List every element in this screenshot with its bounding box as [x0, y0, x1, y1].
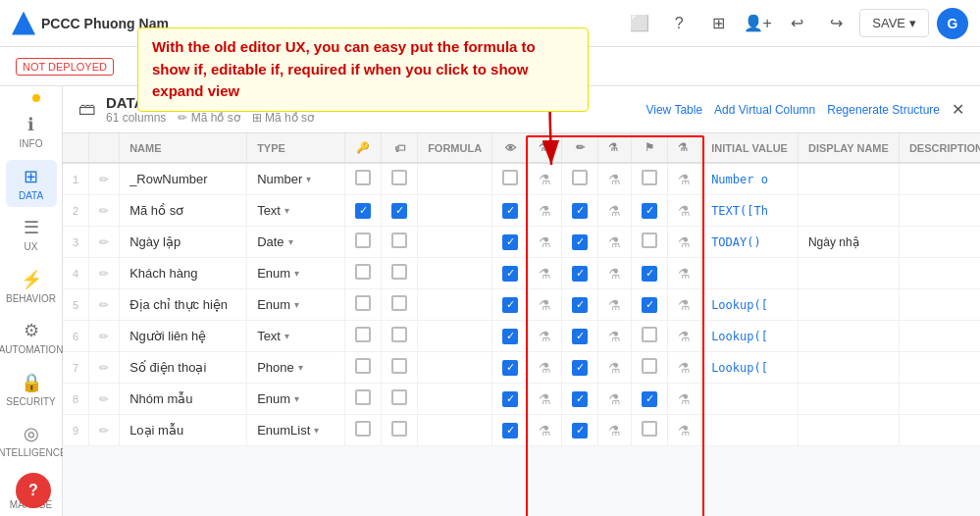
checkbox[interactable] — [355, 203, 371, 219]
flask-req-icon[interactable]: ⚗ — [678, 391, 691, 407]
checkbox[interactable] — [502, 423, 518, 439]
regen-structure-link[interactable]: Regenerate Structure — [827, 103, 940, 117]
flask-req-icon[interactable]: ⚗ — [678, 234, 691, 250]
save-dropdown-icon[interactable]: ▾ — [909, 16, 916, 30]
checkbox[interactable] — [391, 232, 407, 248]
type-select[interactable]: Text ▾ — [257, 329, 335, 343]
flask-req-icon[interactable]: ⚗ — [678, 172, 691, 187]
type-select[interactable]: EnumList ▾ — [257, 423, 335, 438]
avatar[interactable]: G — [937, 8, 968, 39]
checkbox[interactable] — [502, 391, 518, 407]
checkbox[interactable] — [355, 295, 371, 311]
tab-columns[interactable]: Columns — [194, 47, 272, 86]
checkbox[interactable] — [572, 203, 588, 219]
save-button[interactable]: SAVE ▾ — [859, 9, 929, 37]
flask-show-icon[interactable]: ⚗ — [539, 329, 551, 344]
sidebar-item-security[interactable]: 🔒 SECURITY — [6, 366, 57, 414]
tab-slices[interactable]: Slices — [272, 47, 334, 86]
flask-req-icon[interactable]: ⚗ — [678, 423, 691, 439]
checkbox[interactable] — [572, 297, 588, 313]
checkbox[interactable] — [642, 232, 657, 248]
checkbox[interactable] — [642, 170, 657, 185]
monitor-icon-btn[interactable]: ⬜ — [624, 8, 655, 39]
edit-icon[interactable]: ✏ — [99, 173, 109, 186]
flask-req-icon[interactable]: ⚗ — [678, 329, 691, 344]
checkbox[interactable] — [642, 358, 657, 374]
checkbox[interactable] — [642, 203, 657, 219]
redo-btn[interactable]: ↪ — [820, 8, 851, 39]
checkbox[interactable] — [572, 266, 588, 282]
flask-req-icon[interactable]: ⚗ — [678, 360, 691, 376]
checkbox[interactable] — [642, 327, 657, 342]
flask-show-icon[interactable]: ⚗ — [539, 297, 551, 313]
checkbox[interactable] — [391, 295, 407, 311]
flask-show-icon[interactable]: ⚗ — [539, 360, 551, 376]
flask-edit-icon[interactable]: ⚗ — [608, 203, 621, 219]
flask-show-icon[interactable]: ⚗ — [539, 234, 551, 250]
flask-show-icon[interactable]: ⚗ — [539, 391, 551, 407]
edit-icon[interactable]: ✏ — [99, 392, 109, 406]
flask-show-icon[interactable]: ⚗ — [539, 266, 551, 282]
flask-show-icon[interactable]: ⚗ — [539, 172, 551, 187]
checkbox[interactable] — [355, 421, 371, 437]
checkbox[interactable] — [502, 329, 518, 344]
checkbox[interactable] — [642, 297, 657, 313]
flask-edit-icon[interactable]: ⚗ — [608, 297, 621, 313]
sidebar-item-behavior[interactable]: ⚡ BEHAVIOR — [6, 263, 57, 311]
checkbox[interactable] — [391, 264, 407, 280]
help-icon-btn[interactable]: ? — [663, 8, 695, 39]
sidebar-item-automation[interactable]: ⚙ AUTOMATION — [6, 314, 57, 362]
tab-views[interactable]: Views — [334, 47, 394, 86]
checkbox[interactable] — [502, 360, 518, 376]
type-select[interactable]: Phone ▾ — [257, 360, 335, 375]
edit-icon[interactable]: ✏ — [99, 235, 109, 249]
flask-edit-icon[interactable]: ⚗ — [608, 391, 621, 407]
checkbox[interactable] — [572, 423, 588, 439]
flask-req-icon[interactable]: ⚗ — [678, 297, 691, 313]
type-select[interactable]: Enum ▾ — [257, 391, 335, 406]
checkbox[interactable] — [355, 389, 371, 405]
flask-edit-icon[interactable]: ⚗ — [608, 423, 621, 439]
user-add-icon-btn[interactable]: 👤+ — [742, 8, 773, 39]
undo-btn[interactable]: ↩ — [781, 8, 812, 39]
checkbox[interactable] — [502, 266, 518, 282]
close-button[interactable]: ✕ — [952, 100, 964, 119]
checkbox[interactable] — [391, 389, 407, 405]
type-select[interactable]: Enum ▾ — [257, 266, 335, 281]
edit-icon[interactable]: ✏ — [99, 204, 109, 218]
flask-edit-icon[interactable]: ⚗ — [608, 329, 621, 344]
checkbox[interactable] — [572, 329, 588, 344]
checkbox[interactable] — [502, 234, 518, 250]
checkbox[interactable] — [572, 360, 588, 376]
grid-icon-btn[interactable]: ⊞ — [702, 8, 734, 39]
type-select[interactable]: Enum ▾ — [257, 297, 335, 312]
help-circle-btn[interactable]: ? — [16, 473, 51, 508]
edit-icon[interactable]: ✏ — [99, 361, 109, 375]
checkbox[interactable] — [355, 232, 371, 248]
checkbox[interactable] — [355, 170, 371, 185]
checkbox[interactable] — [572, 170, 588, 185]
flask-edit-icon[interactable]: ⚗ — [608, 360, 621, 376]
checkbox[interactable] — [502, 203, 518, 219]
flask-req-icon[interactable]: ⚗ — [678, 266, 691, 282]
checkbox[interactable] — [391, 358, 407, 374]
sidebar-item-ux[interactable]: ☰ UX — [6, 211, 57, 259]
checkbox[interactable] — [642, 421, 657, 437]
checkbox[interactable] — [502, 170, 518, 185]
type-select[interactable]: Text ▾ — [257, 203, 335, 218]
type-select[interactable]: Date ▾ — [257, 234, 335, 249]
flask-req-icon[interactable]: ⚗ — [678, 203, 691, 219]
checkbox[interactable] — [642, 391, 657, 407]
flask-edit-icon[interactable]: ⚗ — [608, 172, 621, 187]
flask-show-icon[interactable]: ⚗ — [539, 423, 551, 439]
flask-edit-icon[interactable]: ⚗ — [608, 234, 621, 250]
flask-edit-icon[interactable]: ⚗ — [608, 266, 621, 282]
checkbox[interactable] — [355, 358, 371, 374]
sidebar-item-data[interactable]: ⊞ DATA — [6, 160, 57, 208]
checkbox[interactable] — [355, 264, 371, 280]
view-table-link[interactable]: View Table — [645, 103, 702, 117]
flask-show-icon[interactable]: ⚗ — [539, 203, 551, 219]
add-virtual-column-link[interactable]: Add Virtual Column — [714, 103, 815, 117]
tab-tables[interactable]: Tables — [129, 47, 194, 86]
checkbox[interactable] — [572, 391, 588, 407]
